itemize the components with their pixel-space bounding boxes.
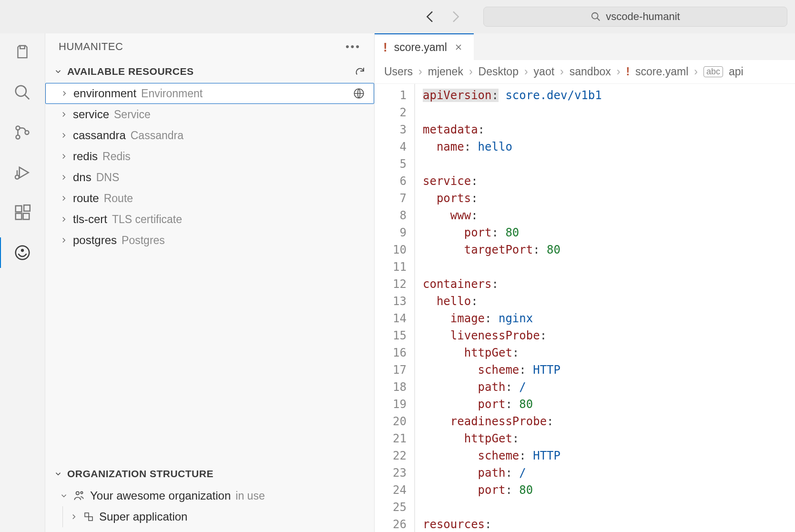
svg-point-14 (81, 491, 82, 493)
code-line[interactable]: port: 80 (423, 224, 602, 241)
line-number: 23 (375, 464, 407, 481)
org-badge: in use (235, 490, 265, 502)
breadcrumbs[interactable]: Users›mjenek›Desktop›yaot›sandbox›!score… (375, 60, 795, 84)
code-line[interactable]: name: hello (423, 138, 602, 155)
svg-rect-7 (16, 214, 22, 220)
resource-desc: Route (104, 192, 133, 205)
line-number: 1 (375, 87, 407, 104)
code-line[interactable]: readinessProbe: (423, 413, 602, 430)
resource-item-cassandra[interactable]: cassandra Cassandra (45, 125, 374, 146)
back-button[interactable] (422, 9, 438, 25)
breadcrumb-item[interactable]: sandbox (570, 65, 611, 78)
run-debug-icon[interactable] (11, 161, 34, 184)
sidebar: HUMANITEC ••• AVAILABLE RESOURCES enviro… (45, 33, 374, 532)
code-line[interactable]: image: nginx (423, 310, 602, 327)
resource-name: cassandra (73, 129, 126, 142)
humanitec-icon[interactable] (11, 241, 34, 264)
code-line[interactable]: resources: (423, 516, 602, 532)
resource-item-redis[interactable]: redis Redis (45, 146, 374, 167)
code-line[interactable]: scheme: HTTP (423, 447, 602, 464)
line-number: 22 (375, 447, 407, 464)
search-icon (591, 11, 601, 22)
code-line[interactable]: scheme: HTTP (423, 361, 602, 379)
line-number: 17 (375, 361, 407, 379)
sidebar-more-icon[interactable]: ••• (346, 41, 361, 53)
code-line[interactable]: livenessProbe: (423, 327, 602, 344)
code-line[interactable] (423, 499, 602, 516)
breadcrumb-item[interactable]: mjenek (428, 65, 463, 78)
code-line[interactable]: httpGet: (423, 430, 602, 447)
org-child-item[interactable]: Super application (62, 506, 374, 527)
tab-score-yaml[interactable]: ! score.yaml (375, 33, 474, 60)
org-section-header[interactable]: ORGANIZATION STRUCTURE (45, 462, 374, 485)
code-editor[interactable]: 1234567891011121314151617181920212223242… (375, 84, 795, 532)
resource-name: route (73, 192, 99, 205)
code-line[interactable]: ports: (423, 190, 602, 207)
tab-bar: ! score.yaml (375, 33, 795, 60)
line-number: 3 (375, 121, 407, 138)
code-line[interactable]: path: / (423, 464, 602, 481)
code-line[interactable]: containers: (423, 276, 602, 293)
code-line[interactable]: service: (423, 173, 602, 190)
breadcrumb-item[interactable]: Desktop (479, 65, 519, 78)
search-icon[interactable] (11, 81, 34, 104)
svg-rect-8 (23, 214, 30, 220)
chevron-right-icon: › (560, 65, 564, 78)
resource-item-tls-cert[interactable]: tls-cert TLS certificate (45, 209, 374, 230)
code-line[interactable]: hello: (423, 293, 602, 310)
code-line[interactable] (423, 258, 602, 276)
line-number: 7 (375, 190, 407, 207)
chevron-right-icon: › (524, 65, 528, 78)
extensions-icon[interactable] (11, 201, 34, 224)
resource-item-route[interactable]: route Route (45, 188, 374, 209)
code-line[interactable]: path: / (423, 379, 602, 396)
breadcrumb-item[interactable]: yaot (534, 65, 554, 78)
resources-section-header[interactable]: AVAILABLE RESOURCES (45, 60, 374, 83)
code-line[interactable]: apiVersion: score.dev/v1b1 (423, 87, 602, 104)
resource-item-postgres[interactable]: postgres Postgres (45, 230, 374, 251)
resource-name: environment (73, 87, 136, 100)
code-line[interactable] (423, 155, 602, 173)
source-control-icon[interactable] (11, 121, 34, 144)
line-number: 26 (375, 516, 407, 532)
code-line[interactable]: www: (423, 207, 602, 224)
code-line[interactable] (423, 104, 602, 121)
svg-point-4 (25, 131, 29, 134)
refresh-icon[interactable] (354, 66, 366, 77)
breadcrumb-item[interactable]: score.yaml (635, 65, 688, 78)
code-body[interactable]: apiVersion: score.dev/v1b1 metadata: nam… (415, 84, 602, 532)
line-number: 20 (375, 413, 407, 430)
resource-desc: Postgres (122, 234, 165, 247)
breadcrumb-item[interactable]: api (729, 65, 744, 78)
line-number: 16 (375, 344, 407, 361)
org-child-name: Super application (99, 510, 187, 523)
org-item[interactable]: Your awesome organization in use (45, 485, 374, 506)
command-center[interactable]: vscode-humanit (483, 7, 787, 27)
breadcrumb-item[interactable]: Users (384, 65, 413, 78)
resource-item-service[interactable]: service Service (45, 104, 374, 125)
explorer-icon[interactable] (11, 41, 34, 64)
command-center-text: vscode-humanit (606, 10, 680, 23)
svg-point-10 (16, 246, 30, 260)
yaml-file-icon: ! (383, 40, 387, 55)
code-line[interactable]: metadata: (423, 121, 602, 138)
chevron-right-icon: › (469, 65, 473, 78)
resource-item-environment[interactable]: environment Environment (45, 83, 374, 104)
chevron-down-icon (54, 470, 62, 478)
code-line[interactable]: targetPort: 80 (423, 241, 602, 258)
code-line[interactable]: port: 80 (423, 396, 602, 413)
close-icon[interactable] (454, 42, 463, 52)
gutter: 1234567891011121314151617181920212223242… (375, 84, 415, 532)
resource-desc: TLS certificate (112, 213, 182, 226)
line-number: 25 (375, 499, 407, 516)
globe-icon[interactable] (353, 87, 365, 100)
code-line[interactable]: httpGet: (423, 344, 602, 361)
chevron-right-icon: › (617, 65, 621, 78)
svg-point-5 (15, 175, 19, 179)
line-number: 12 (375, 276, 407, 293)
svg-point-13 (76, 491, 80, 495)
resource-item-dns[interactable]: dns DNS (45, 167, 374, 188)
line-number: 2 (375, 104, 407, 121)
code-line[interactable]: port: 80 (423, 481, 602, 499)
forward-button[interactable] (447, 9, 463, 25)
